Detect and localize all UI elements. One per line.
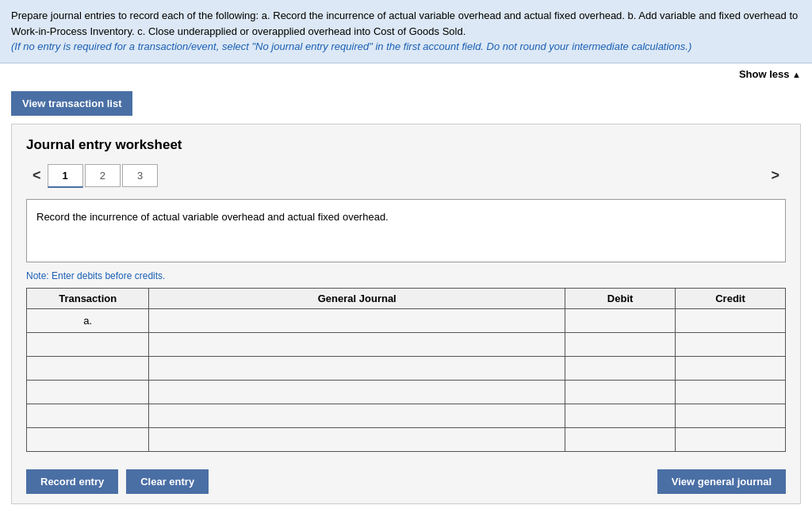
debit-input-6[interactable]	[565, 428, 675, 451]
transaction-cell-3	[27, 356, 149, 380]
credit-input-4[interactable]	[676, 381, 785, 404]
button-row: Record entry Clear entry View general jo…	[26, 463, 786, 494]
show-less-row: Show less ▲	[0, 63, 812, 83]
tab-3[interactable]: 3	[122, 164, 158, 187]
view-transaction-row: View transaction list	[0, 83, 812, 124]
credit-input-cell-4[interactable]	[676, 380, 786, 404]
view-general-journal-button[interactable]: View general journal	[657, 469, 786, 494]
general-journal-input-cell-1[interactable]	[149, 308, 565, 332]
general-journal-input-3[interactable]	[149, 357, 565, 380]
credit-input-cell-6[interactable]	[676, 427, 786, 451]
credit-input-cell-2[interactable]	[676, 332, 786, 356]
note-text: Note: Enter debits before credits.	[26, 270, 786, 281]
debit-input-cell-6[interactable]	[565, 427, 676, 451]
credit-input-2[interactable]	[676, 333, 785, 356]
general-journal-input-cell-2[interactable]	[149, 332, 565, 356]
next-tab-arrow[interactable]: >	[764, 164, 786, 187]
arrow-up-icon: ▲	[792, 70, 801, 79]
credit-input-1[interactable]	[676, 309, 785, 332]
general-journal-input-5[interactable]	[149, 404, 565, 427]
credit-header: Credit	[676, 288, 786, 308]
credit-input-3[interactable]	[676, 357, 785, 380]
worksheet-container: Journal entry worksheet < 1 2 3 > Record…	[11, 124, 801, 504]
transaction-header: Transaction	[27, 288, 149, 308]
debit-input-cell-1[interactable]	[565, 308, 676, 332]
general-journal-input-cell-4[interactable]	[149, 380, 565, 404]
debit-input-4[interactable]	[565, 381, 675, 404]
table-row	[27, 404, 786, 427]
table-row	[27, 356, 786, 380]
prev-tab-arrow[interactable]: <	[26, 164, 48, 187]
credit-input-5[interactable]	[676, 404, 785, 427]
left-buttons: Record entry Clear entry	[26, 469, 209, 494]
general-journal-input-cell-3[interactable]	[149, 356, 565, 380]
debit-input-cell-3[interactable]	[565, 356, 676, 380]
tab-2[interactable]: 2	[85, 164, 121, 187]
general-journal-input-1[interactable]	[149, 309, 565, 332]
transaction-cell-6	[27, 427, 149, 451]
table-row	[27, 332, 786, 356]
debit-input-cell-5[interactable]	[565, 404, 676, 427]
table-row	[27, 427, 786, 451]
general-journal-input-cell-5[interactable]	[149, 404, 565, 427]
clear-entry-button[interactable]: Clear entry	[126, 469, 209, 494]
debit-input-1[interactable]	[565, 309, 675, 332]
debit-input-cell-4[interactable]	[565, 380, 676, 404]
table-row: a.	[27, 308, 786, 332]
debit-input-3[interactable]	[565, 357, 675, 380]
tab-1[interactable]: 1	[48, 164, 83, 188]
transaction-cell-1: a.	[27, 308, 149, 332]
italic-note: (If no entry is required for a transacti…	[11, 39, 801, 55]
debit-input-5[interactable]	[565, 404, 675, 427]
general-journal-input-6[interactable]	[149, 428, 565, 451]
debit-header: Debit	[565, 288, 676, 308]
record-entry-button[interactable]: Record entry	[26, 469, 118, 494]
credit-input-cell-1[interactable]	[676, 308, 786, 332]
credit-input-cell-3[interactable]	[676, 356, 786, 380]
worksheet-title: Journal entry worksheet	[26, 137, 786, 153]
description-box: Record the incurrence of actual variable…	[26, 199, 786, 262]
debit-input-cell-2[interactable]	[565, 332, 676, 356]
table-row	[27, 380, 786, 404]
credit-input-6[interactable]	[676, 428, 785, 451]
tab-navigation: < 1 2 3 >	[26, 164, 786, 188]
journal-table: Transaction General Journal Debit Credit…	[26, 288, 786, 452]
general-journal-header: General Journal	[149, 288, 565, 308]
transaction-cell-5	[27, 404, 149, 427]
general-journal-input-cell-6[interactable]	[149, 427, 565, 451]
transaction-cell-2	[27, 332, 149, 356]
instructions-section: Prepare journal entries to record each o…	[0, 0, 812, 63]
transaction-cell-4	[27, 380, 149, 404]
debit-input-2[interactable]	[565, 333, 675, 356]
credit-input-cell-5[interactable]	[676, 404, 786, 427]
general-journal-input-2[interactable]	[149, 333, 565, 356]
show-less-link[interactable]: Show less ▲	[739, 68, 801, 80]
general-journal-input-4[interactable]	[149, 381, 565, 404]
instructions-text: Prepare journal entries to record each o…	[11, 8, 801, 39]
view-transaction-button[interactable]: View transaction list	[11, 91, 132, 116]
